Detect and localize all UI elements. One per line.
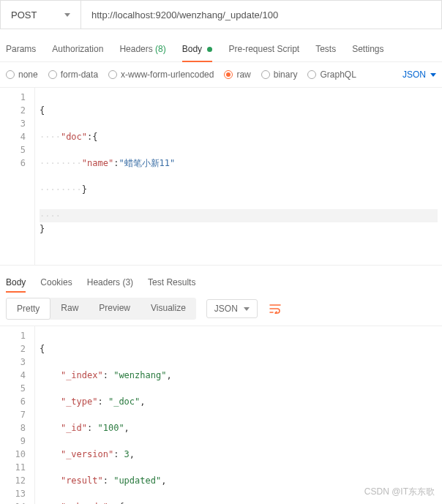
response-body-editor[interactable]: 1234567891011121314 { "_index": "wenzhan… [0,326,442,504]
request-gutter: 123456 [0,88,35,265]
radio-raw[interactable]: raw [224,69,250,80]
tab-settings[interactable]: Settings [352,38,383,61]
radio-binary[interactable]: binary [261,69,298,80]
response-gutter: 1234567891011121314 [0,326,35,504]
response-tab-headers[interactable]: Headers (3) [87,273,133,292]
radio-urlencoded[interactable]: x-www-form-urlencoded [108,69,214,80]
body-type-row: none form-data x-www-form-urlencoded raw… [0,62,442,88]
chevron-down-icon [244,307,250,311]
view-preview[interactable]: Preview [89,298,141,320]
wrap-icon [269,304,281,314]
watermark: CSDN @IT东东歌 [364,486,435,498]
url-input[interactable]: http://localhost:9200/wenzhang/_update/1… [81,10,441,20]
view-raw[interactable]: Raw [50,298,89,320]
tab-prerequest[interactable]: Pre-request Script [228,38,299,61]
http-method-select[interactable]: POST [1,1,81,29]
tab-authorization[interactable]: Authorization [52,38,103,61]
request-body-editor[interactable]: 123456 { ····"doc":{ ········"name":"蜡笔小… [0,88,442,266]
wrap-lines-button[interactable] [265,298,285,319]
response-tab-cookies[interactable]: Cookies [40,273,72,292]
http-method-value: POST [11,10,37,20]
response-type-select[interactable]: JSON [206,299,258,318]
response-tabs: Body Cookies Headers (3) Test Results [0,266,442,292]
view-pretty[interactable]: Pretty [6,298,50,320]
radio-graphql[interactable]: GraphQL [307,69,356,80]
response-tab-body[interactable]: Body [6,273,26,292]
tab-tests[interactable]: Tests [315,38,336,61]
body-language-select[interactable]: JSON [402,69,436,80]
response-code: { "_index": "wenzhang", "_type": "_doc",… [35,326,442,504]
modified-dot-icon [207,47,212,52]
response-tab-tests[interactable]: Test Results [148,273,195,292]
radio-none[interactable]: none [6,69,38,80]
tab-headers[interactable]: Headers (8) [119,38,165,61]
tab-body[interactable]: Body [182,38,213,61]
chevron-down-icon [64,13,70,17]
view-visualize[interactable]: Visualize [141,298,196,320]
chevron-down-icon [430,73,436,77]
request-code: { ····"doc":{ ········"name":"蜡笔小新11" ··… [35,88,442,265]
response-view-bar: Pretty Raw Preview Visualize JSON [0,292,442,326]
request-tabs: Params Authorization Headers (8) Body Pr… [0,38,442,62]
tab-params[interactable]: Params [6,38,36,61]
radio-form-data[interactable]: form-data [48,69,98,80]
